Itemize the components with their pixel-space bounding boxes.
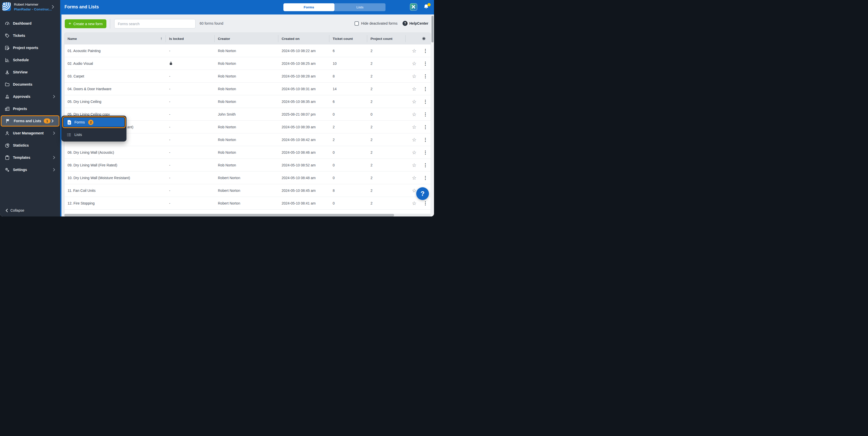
form-name[interactable]: 02. Audio Visual <box>64 57 166 69</box>
column-header-is-locked[interactable]: Is locked <box>166 33 215 45</box>
kebab-menu-icon[interactable]: ⋮ <box>423 163 428 168</box>
hide-deactivated-checkbox[interactable] <box>354 21 359 26</box>
sidebar-item-tickets[interactable]: Tickets <box>0 29 60 42</box>
favorite-star-icon[interactable]: ☆ <box>412 99 416 104</box>
notifications-bell-icon[interactable] <box>423 4 431 11</box>
created-on-value: 2025-08-21 08:07 pm <box>278 108 329 120</box>
vertical-scrollbar-thumb[interactable] <box>431 16 433 42</box>
creator-value: Robert Norton <box>215 172 278 184</box>
form-name[interactable]: 12. Fire Stopping <box>64 197 166 209</box>
popup-item-forms[interactable]: Forms 2 <box>63 118 124 127</box>
app-switcher-icon[interactable] <box>410 3 417 11</box>
sidebar-item-documents[interactable]: Documents <box>0 78 60 90</box>
created-on-value: 2024-05-10 08:31 am <box>278 83 329 95</box>
collapse-sidebar-button[interactable]: Collapse <box>6 208 24 212</box>
horizontal-scrollbar-thumb[interactable] <box>64 214 394 216</box>
table-row[interactable]: 05. Dry Lining Ceiling - Rob Norton 2024… <box>64 95 431 108</box>
column-header-creator[interactable]: Creator <box>215 33 278 45</box>
account-switcher[interactable]: Robert Hammer PlanRadar - Construc... <box>0 0 60 15</box>
schedule-icon <box>5 57 10 63</box>
chevron-right-icon <box>53 156 55 159</box>
clipboard-icon <box>5 155 10 160</box>
favorite-star-icon[interactable]: ☆ <box>412 175 416 180</box>
table-row[interactable]: 01. Acoustic Painting - Rob Norton 2024-… <box>64 45 431 57</box>
kebab-menu-icon[interactable]: ⋮ <box>423 138 428 142</box>
sidebar-item-dashboard[interactable]: Dashboard <box>0 17 60 29</box>
help-bubble-button[interactable]: ? <box>416 187 429 200</box>
form-name[interactable]: 01. Acoustic Painting <box>64 45 166 57</box>
form-name[interactable]: 04. Doors & Door Hardware <box>64 83 166 95</box>
form-name[interactable]: 09. Dry Lining Wall (Fire Rated) <box>64 159 166 171</box>
tab-lists[interactable]: Lists <box>335 3 385 11</box>
kebab-menu-icon[interactable]: ⋮ <box>423 49 428 53</box>
sidebar-item-templates[interactable]: Templates <box>0 151 60 164</box>
ticket-count-value: 2 <box>329 134 367 146</box>
ticket-count-value: 0 <box>329 197 367 209</box>
table-row[interactable]: 12. Fire Stopping - Robert Norton 2024-0… <box>64 197 431 210</box>
buildings-icon <box>5 106 10 112</box>
kebab-menu-icon[interactable]: ⋮ <box>423 112 428 117</box>
sidebar-item-label: Dashboard <box>13 21 31 25</box>
form-name[interactable]: 08. Dry Lining Wall (Acoustic) <box>64 146 166 158</box>
table-row[interactable]: 04. Doors & Door Hardware - Rob Norton 2… <box>64 83 431 95</box>
table-row[interactable]: 11. Fan Coil Units - Robert Norton 2024-… <box>64 184 431 197</box>
created-on-value: 2024-05-10 08:46 am <box>278 146 329 158</box>
column-header-name[interactable]: Name ↑ <box>64 33 166 45</box>
is-locked-value: - <box>166 95 215 108</box>
sidebar-item-user-management[interactable]: User Management <box>0 127 60 139</box>
kebab-menu-icon[interactable]: ⋮ <box>423 176 428 180</box>
kebab-menu-icon[interactable]: ⋮ <box>423 74 428 79</box>
sidebar-item-approvals[interactable]: Approvals <box>0 90 60 103</box>
user-icon <box>5 130 10 136</box>
hide-deactivated-label[interactable]: Hide deactivated forms <box>361 21 397 25</box>
kebab-menu-icon[interactable]: ⋮ <box>423 125 428 129</box>
favorite-star-icon[interactable]: ☆ <box>412 163 416 168</box>
forms-search-input[interactable] <box>114 19 195 28</box>
form-name[interactable]: 11. Fan Coil Units <box>64 184 166 197</box>
kebab-menu-icon[interactable]: ⋮ <box>423 150 428 155</box>
tutorial-highlight-ring: Forms 2 <box>62 116 126 128</box>
create-new-form-button[interactable]: + Create a new form <box>65 19 106 28</box>
sidebar-item-siteview[interactable]: SiteView <box>0 66 60 78</box>
column-header-ticket-count[interactable]: Ticket count <box>329 33 367 45</box>
favorite-star-icon[interactable]: ☆ <box>412 201 416 206</box>
sidebar-item-project-reports[interactable]: Project reports <box>0 42 60 54</box>
forms-lists-popup-menu: Forms 2 Lists <box>61 116 126 142</box>
form-name[interactable]: 05. Dry Lining Ceiling <box>64 95 166 108</box>
favorite-star-icon[interactable]: ☆ <box>412 61 416 66</box>
form-name[interactable]: 03. Carpet <box>64 70 166 82</box>
table-row[interactable]: 10. Dry Lining Wall (Moisture Resistant)… <box>64 172 431 184</box>
sidebar-item-projects[interactable]: Projects <box>0 103 60 115</box>
table-row[interactable]: 08. Dry Lining Wall (Acoustic) - Rob Nor… <box>64 146 431 159</box>
table-row[interactable]: 03. Carpet - Rob Norton 2024-05-10 08:28… <box>64 70 431 83</box>
favorite-star-icon[interactable]: ☆ <box>412 188 416 193</box>
favorite-star-icon[interactable]: ☆ <box>412 86 416 91</box>
favorite-star-icon[interactable]: ☆ <box>412 137 416 142</box>
ticket-count-value: 0 <box>329 172 367 184</box>
favorite-star-icon[interactable]: ☆ <box>412 74 416 79</box>
tab-forms[interactable]: Forms <box>283 3 335 11</box>
popup-item-lists[interactable]: Lists <box>62 129 126 141</box>
column-settings-gear-icon[interactable] <box>406 33 431 45</box>
ticket-count-value: 8 <box>329 70 367 82</box>
notification-dot <box>427 3 431 6</box>
kebab-menu-icon[interactable]: ⋮ <box>423 87 428 91</box>
favorite-star-icon[interactable]: ☆ <box>412 150 416 155</box>
kebab-menu-icon[interactable]: ⋮ <box>423 99 428 104</box>
column-header-project-count[interactable]: Project count <box>367 33 406 45</box>
kebab-menu-icon[interactable]: ⋮ <box>423 61 428 66</box>
favorite-star-icon[interactable]: ☆ <box>412 124 416 129</box>
helpcenter-link[interactable]: HelpCenter <box>409 21 428 25</box>
sidebar-item-forms-and-lists[interactable]: Forms and Lists 1 <box>1 115 59 126</box>
table-row[interactable]: 09. Dry Lining Wall (Fire Rated) - Rob N… <box>64 159 431 172</box>
favorite-star-icon[interactable]: ☆ <box>412 112 416 117</box>
sidebar-item-label: Statistics <box>13 143 29 147</box>
kebab-menu-icon[interactable]: ⋮ <box>423 201 428 206</box>
favorite-star-icon[interactable]: ☆ <box>412 48 416 53</box>
sidebar-item-statistics[interactable]: Statistics <box>0 139 60 151</box>
table-row[interactable]: 02. Audio Visual Rob Norton 2024-05-10 0… <box>64 57 431 70</box>
column-header-created-on[interactable]: Created on <box>278 33 329 45</box>
sidebar-item-schedule[interactable]: Schedule <box>0 54 60 66</box>
sidebar-item-settings[interactable]: Settings <box>0 164 60 176</box>
form-name[interactable]: 10. Dry Lining Wall (Moisture Resistant) <box>64 172 166 184</box>
